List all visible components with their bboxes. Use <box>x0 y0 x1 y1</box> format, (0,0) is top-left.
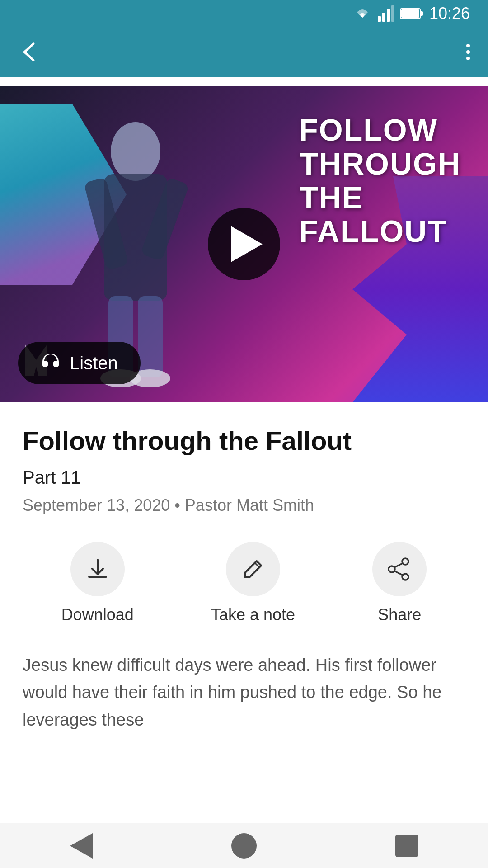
status-icons: 10:26 <box>353 4 470 23</box>
bottom-navigation <box>0 823 488 868</box>
action-row: Download Take a note Share <box>23 542 465 624</box>
headphone-icon <box>41 351 61 375</box>
share-action[interactable]: Share <box>372 542 427 624</box>
share-icon <box>387 557 412 581</box>
thumbnail-title: FOLLOW THROUGH THE FALLOUT <box>299 113 461 248</box>
meta-separator: • <box>174 496 185 514</box>
pencil-icon <box>241 557 265 581</box>
svg-rect-1 <box>382 13 385 22</box>
note-action[interactable]: Take a note <box>211 542 295 624</box>
status-bar: 10:26 <box>0 0 488 27</box>
more-dot <box>466 44 470 47</box>
sermon-description: Jesus knew difficult days were ahead. Hi… <box>23 651 465 734</box>
svg-rect-3 <box>391 5 394 22</box>
svg-rect-12 <box>138 296 163 377</box>
back-button[interactable] <box>18 40 42 64</box>
nav-recent-button[interactable] <box>393 832 420 859</box>
video-thumbnail: FOLLOW THROUGH THE FALLOUT Listen <box>0 86 488 402</box>
play-button[interactable] <box>208 208 280 280</box>
svg-point-7 <box>111 122 160 181</box>
svg-rect-6 <box>401 9 419 18</box>
nav-back-icon <box>70 833 93 859</box>
share-circle <box>372 542 427 596</box>
sermon-pastor: Pastor Matt Smith <box>185 496 314 514</box>
svg-rect-0 <box>378 16 381 22</box>
play-triangle-icon <box>231 226 263 262</box>
share-label: Share <box>378 605 421 624</box>
battery-icon <box>400 8 423 19</box>
more-dot <box>466 50 470 54</box>
svg-rect-5 <box>420 11 423 16</box>
toolbar <box>0 27 488 77</box>
nav-recent-icon <box>395 835 418 857</box>
more-options-button[interactable] <box>466 44 470 60</box>
nav-back-button[interactable] <box>68 832 95 859</box>
status-time: 10:26 <box>429 4 470 23</box>
sermon-title: Follow through the Fallout <box>23 425 465 457</box>
nav-home-button[interactable] <box>230 832 258 859</box>
sermon-date: September 13, 2020 <box>23 496 170 514</box>
download-icon <box>85 557 110 581</box>
download-circle <box>70 542 125 596</box>
download-action[interactable]: Download <box>61 542 134 624</box>
more-dot <box>466 57 470 60</box>
download-label: Download <box>61 605 134 624</box>
sermon-meta: September 13, 2020 • Pastor Matt Smith <box>23 496 465 515</box>
listen-label: Listen <box>70 353 118 373</box>
nav-home-icon <box>231 833 257 859</box>
note-circle <box>226 542 280 596</box>
listen-button[interactable]: Listen <box>18 342 141 384</box>
wifi-icon <box>353 7 371 20</box>
note-label: Take a note <box>211 605 295 624</box>
content-area: Follow through the Fallout Part 11 Septe… <box>0 402 488 752</box>
signal-icon <box>378 5 394 22</box>
thumbnail-background: FOLLOW THROUGH THE FALLOUT Listen <box>0 86 488 402</box>
sermon-part: Part 11 <box>23 467 465 488</box>
svg-rect-2 <box>387 9 390 22</box>
